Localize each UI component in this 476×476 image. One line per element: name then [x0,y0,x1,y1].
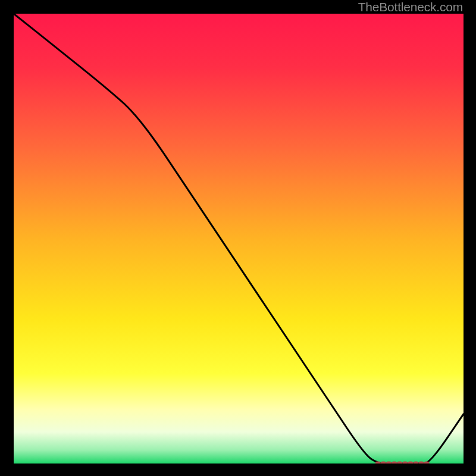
marker-dot [424,462,430,464]
marker-dot [408,462,413,464]
chart-svg [14,14,464,464]
marker-dot [381,462,386,464]
marker-dot [413,462,418,464]
marker-dot [386,462,392,464]
marker-dot [418,462,424,464]
watermark-text: TheBottleneck.com [358,0,463,14]
chart-frame [14,14,464,464]
marker-dot [375,462,381,464]
marker-dot [402,462,408,464]
chart-background [14,14,464,464]
marker-dot [397,462,402,464]
marker-dot [392,462,397,464]
